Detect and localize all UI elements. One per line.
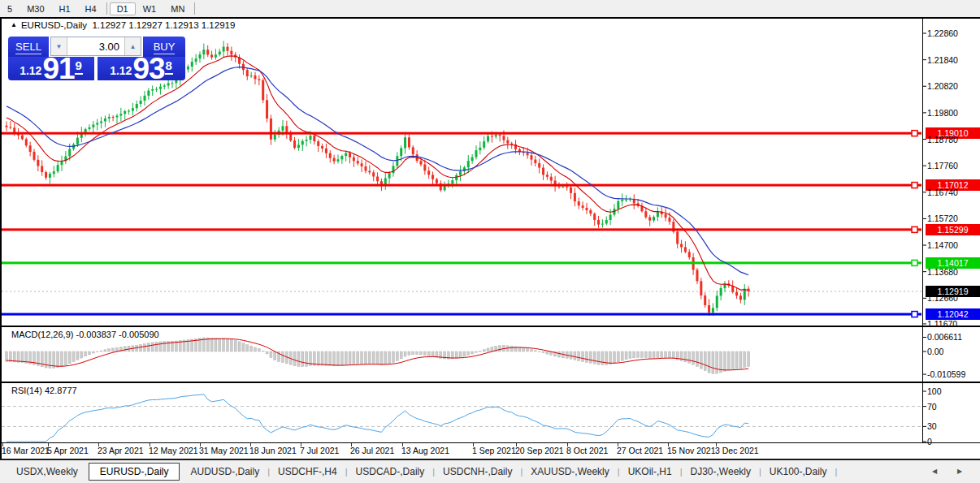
chart-tab-usdchf-h4[interactable]: USDCHF-,H4 bbox=[270, 463, 345, 481]
buy-price-pip: 8 bbox=[165, 58, 173, 75]
chart-symbol-label: EURUSD-,Daily bbox=[21, 20, 87, 30]
chart-tab-ukoil-h1[interactable]: UKOil-,H1 bbox=[620, 463, 680, 481]
chart-title: ▲EURUSD-,Daily 1.12927 1.12927 1.12913 1… bbox=[11, 20, 235, 30]
chart-collapse-icon: ▲ bbox=[11, 21, 17, 28]
buy-price-prefix: 1.12 bbox=[110, 64, 132, 77]
toolbar-separator bbox=[106, 2, 107, 15]
chart-tab-usdx-weekly[interactable]: USDX,Weekly bbox=[8, 463, 86, 481]
timeframe-toolbar: 5M30H1H4D1W1MN bbox=[0, 0, 980, 17]
timeframe-d1[interactable]: D1 bbox=[110, 2, 136, 15]
sell-button-label: SELL bbox=[15, 41, 41, 54]
tab-scroll-right-icon[interactable]: ▶ bbox=[957, 468, 962, 475]
chart-tab-uk100-daily[interactable]: UK100-,Daily bbox=[761, 463, 835, 481]
buy-price-big: 93 bbox=[132, 58, 164, 80]
chart-tab-usdcad-daily[interactable]: USDCAD-,Daily bbox=[348, 463, 433, 481]
timeframe-mn[interactable]: MN bbox=[163, 2, 192, 15]
sell-price-big: 91 bbox=[42, 58, 74, 80]
chart-tabs-bar: USDX,WeeklyEURUSD-,DailyAUDUSD-,Daily|US… bbox=[0, 460, 980, 483]
rsi-indicator-label: RSI(14) 42.8777 bbox=[11, 386, 77, 395]
chart-tab-eurusd-daily[interactable]: EURUSD-,Daily bbox=[89, 463, 180, 481]
mt4-window: 5M30H1H4D1W1MN ▲EURUSD-,Daily 1.12927 1.… bbox=[0, 0, 980, 483]
chart-ohlc-values: 1.12927 1.12927 1.12913 1.12919 bbox=[92, 20, 235, 30]
chart-tab-audusd-daily[interactable]: AUDUSD-,Daily bbox=[182, 463, 267, 481]
timeframe-w1[interactable]: W1 bbox=[136, 2, 164, 15]
timeframe-5[interactable]: 5 bbox=[0, 2, 20, 15]
sell-price-prefix: 1.12 bbox=[20, 64, 41, 77]
tab-scroll-left-icon[interactable]: ◀ bbox=[932, 468, 937, 475]
timeframe-m30[interactable]: M30 bbox=[20, 2, 51, 15]
buy-price-display: 1.12 93 8 bbox=[98, 57, 185, 80]
chart-tab-dj30-weekly[interactable]: DJ30-,Weekly bbox=[683, 463, 759, 481]
tab-separator: | bbox=[835, 467, 838, 477]
toolbar-separator bbox=[194, 2, 195, 15]
timeframe-h1[interactable]: H1 bbox=[52, 2, 78, 15]
sell-price-pip: 9 bbox=[75, 58, 83, 75]
chart-tab-usdcnh-daily[interactable]: USDCNH-,Daily bbox=[435, 463, 520, 481]
sell-price-display: 1.12 91 9 bbox=[8, 57, 94, 80]
volume-input[interactable] bbox=[67, 37, 124, 55]
timeframe-h4[interactable]: H4 bbox=[78, 2, 104, 15]
chart-tab-xauusd-weekly[interactable]: XAUUSD-,Weekly bbox=[523, 463, 617, 481]
macd-indicator-label: MACD(12,26,9) -0.003837 -0.005090 bbox=[11, 330, 159, 339]
